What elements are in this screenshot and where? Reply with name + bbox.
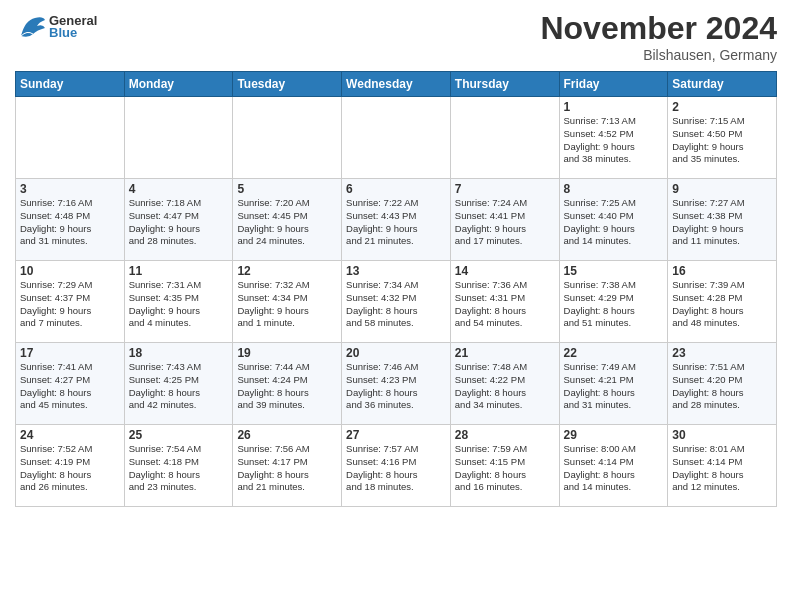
day-info: Sunrise: 7:13 AM Sunset: 4:52 PM Dayligh… xyxy=(564,115,664,166)
day-info: Sunrise: 7:56 AM Sunset: 4:17 PM Dayligh… xyxy=(237,443,337,494)
day-number: 5 xyxy=(237,182,337,196)
week-row-3: 17Sunrise: 7:41 AM Sunset: 4:27 PM Dayli… xyxy=(16,343,777,425)
day-number: 9 xyxy=(672,182,772,196)
calendar-cell: 5Sunrise: 7:20 AM Sunset: 4:45 PM Daylig… xyxy=(233,179,342,261)
calendar-cell: 6Sunrise: 7:22 AM Sunset: 4:43 PM Daylig… xyxy=(342,179,451,261)
day-info: Sunrise: 8:01 AM Sunset: 4:14 PM Dayligh… xyxy=(672,443,772,494)
day-number: 15 xyxy=(564,264,664,278)
day-number: 25 xyxy=(129,428,229,442)
day-info: Sunrise: 7:48 AM Sunset: 4:22 PM Dayligh… xyxy=(455,361,555,412)
day-number: 28 xyxy=(455,428,555,442)
day-info: Sunrise: 7:46 AM Sunset: 4:23 PM Dayligh… xyxy=(346,361,446,412)
day-info: Sunrise: 7:24 AM Sunset: 4:41 PM Dayligh… xyxy=(455,197,555,248)
header: General Blue November 2024 Bilshausen, G… xyxy=(15,10,777,63)
day-info: Sunrise: 7:29 AM Sunset: 4:37 PM Dayligh… xyxy=(20,279,120,330)
day-number: 14 xyxy=(455,264,555,278)
calendar-cell: 21Sunrise: 7:48 AM Sunset: 4:22 PM Dayli… xyxy=(450,343,559,425)
day-number: 18 xyxy=(129,346,229,360)
day-number: 27 xyxy=(346,428,446,442)
day-number: 13 xyxy=(346,264,446,278)
month-title: November 2024 xyxy=(540,10,777,47)
day-number: 24 xyxy=(20,428,120,442)
calendar-cell: 23Sunrise: 7:51 AM Sunset: 4:20 PM Dayli… xyxy=(668,343,777,425)
day-number: 12 xyxy=(237,264,337,278)
day-info: Sunrise: 7:15 AM Sunset: 4:50 PM Dayligh… xyxy=(672,115,772,166)
day-info: Sunrise: 7:51 AM Sunset: 4:20 PM Dayligh… xyxy=(672,361,772,412)
calendar-cell xyxy=(450,97,559,179)
weekday-header-saturday: Saturday xyxy=(668,72,777,97)
day-info: Sunrise: 7:20 AM Sunset: 4:45 PM Dayligh… xyxy=(237,197,337,248)
calendar-cell: 25Sunrise: 7:54 AM Sunset: 4:18 PM Dayli… xyxy=(124,425,233,507)
day-info: Sunrise: 7:27 AM Sunset: 4:38 PM Dayligh… xyxy=(672,197,772,248)
day-number: 11 xyxy=(129,264,229,278)
location: Bilshausen, Germany xyxy=(540,47,777,63)
weekday-header-sunday: Sunday xyxy=(16,72,125,97)
calendar-cell: 8Sunrise: 7:25 AM Sunset: 4:40 PM Daylig… xyxy=(559,179,668,261)
week-row-1: 3Sunrise: 7:16 AM Sunset: 4:48 PM Daylig… xyxy=(16,179,777,261)
calendar-cell: 16Sunrise: 7:39 AM Sunset: 4:28 PM Dayli… xyxy=(668,261,777,343)
calendar-cell: 22Sunrise: 7:49 AM Sunset: 4:21 PM Dayli… xyxy=(559,343,668,425)
day-info: Sunrise: 7:43 AM Sunset: 4:25 PM Dayligh… xyxy=(129,361,229,412)
day-info: Sunrise: 7:54 AM Sunset: 4:18 PM Dayligh… xyxy=(129,443,229,494)
day-number: 16 xyxy=(672,264,772,278)
calendar-cell: 13Sunrise: 7:34 AM Sunset: 4:32 PM Dayli… xyxy=(342,261,451,343)
logo-bird-icon xyxy=(15,10,47,42)
calendar-cell: 17Sunrise: 7:41 AM Sunset: 4:27 PM Dayli… xyxy=(16,343,125,425)
calendar-cell: 4Sunrise: 7:18 AM Sunset: 4:47 PM Daylig… xyxy=(124,179,233,261)
calendar-cell: 30Sunrise: 8:01 AM Sunset: 4:14 PM Dayli… xyxy=(668,425,777,507)
day-number: 1 xyxy=(564,100,664,114)
day-number: 7 xyxy=(455,182,555,196)
day-info: Sunrise: 7:36 AM Sunset: 4:31 PM Dayligh… xyxy=(455,279,555,330)
calendar-cell: 19Sunrise: 7:44 AM Sunset: 4:24 PM Dayli… xyxy=(233,343,342,425)
calendar-cell: 14Sunrise: 7:36 AM Sunset: 4:31 PM Dayli… xyxy=(450,261,559,343)
weekday-header-row: SundayMondayTuesdayWednesdayThursdayFrid… xyxy=(16,72,777,97)
day-number: 6 xyxy=(346,182,446,196)
weekday-header-thursday: Thursday xyxy=(450,72,559,97)
weekday-header-tuesday: Tuesday xyxy=(233,72,342,97)
calendar-cell xyxy=(233,97,342,179)
day-info: Sunrise: 7:38 AM Sunset: 4:29 PM Dayligh… xyxy=(564,279,664,330)
weekday-header-monday: Monday xyxy=(124,72,233,97)
day-info: Sunrise: 7:39 AM Sunset: 4:28 PM Dayligh… xyxy=(672,279,772,330)
day-number: 29 xyxy=(564,428,664,442)
calendar-cell: 2Sunrise: 7:15 AM Sunset: 4:50 PM Daylig… xyxy=(668,97,777,179)
weekday-header-wednesday: Wednesday xyxy=(342,72,451,97)
day-number: 4 xyxy=(129,182,229,196)
calendar-cell: 1Sunrise: 7:13 AM Sunset: 4:52 PM Daylig… xyxy=(559,97,668,179)
week-row-4: 24Sunrise: 7:52 AM Sunset: 4:19 PM Dayli… xyxy=(16,425,777,507)
day-number: 19 xyxy=(237,346,337,360)
calendar-cell: 15Sunrise: 7:38 AM Sunset: 4:29 PM Dayli… xyxy=(559,261,668,343)
day-number: 26 xyxy=(237,428,337,442)
day-number: 30 xyxy=(672,428,772,442)
calendar: SundayMondayTuesdayWednesdayThursdayFrid… xyxy=(15,71,777,507)
day-info: Sunrise: 8:00 AM Sunset: 4:14 PM Dayligh… xyxy=(564,443,664,494)
day-number: 17 xyxy=(20,346,120,360)
day-info: Sunrise: 7:59 AM Sunset: 4:15 PM Dayligh… xyxy=(455,443,555,494)
day-info: Sunrise: 7:16 AM Sunset: 4:48 PM Dayligh… xyxy=(20,197,120,248)
calendar-cell: 28Sunrise: 7:59 AM Sunset: 4:15 PM Dayli… xyxy=(450,425,559,507)
day-number: 2 xyxy=(672,100,772,114)
calendar-cell: 7Sunrise: 7:24 AM Sunset: 4:41 PM Daylig… xyxy=(450,179,559,261)
day-number: 3 xyxy=(20,182,120,196)
calendar-cell xyxy=(124,97,233,179)
day-info: Sunrise: 7:52 AM Sunset: 4:19 PM Dayligh… xyxy=(20,443,120,494)
week-row-2: 10Sunrise: 7:29 AM Sunset: 4:37 PM Dayli… xyxy=(16,261,777,343)
calendar-cell: 24Sunrise: 7:52 AM Sunset: 4:19 PM Dayli… xyxy=(16,425,125,507)
day-info: Sunrise: 7:49 AM Sunset: 4:21 PM Dayligh… xyxy=(564,361,664,412)
calendar-cell: 3Sunrise: 7:16 AM Sunset: 4:48 PM Daylig… xyxy=(16,179,125,261)
day-info: Sunrise: 7:32 AM Sunset: 4:34 PM Dayligh… xyxy=(237,279,337,330)
title-block: November 2024 Bilshausen, Germany xyxy=(540,10,777,63)
day-info: Sunrise: 7:18 AM Sunset: 4:47 PM Dayligh… xyxy=(129,197,229,248)
calendar-cell: 12Sunrise: 7:32 AM Sunset: 4:34 PM Dayli… xyxy=(233,261,342,343)
calendar-cell: 11Sunrise: 7:31 AM Sunset: 4:35 PM Dayli… xyxy=(124,261,233,343)
day-info: Sunrise: 7:31 AM Sunset: 4:35 PM Dayligh… xyxy=(129,279,229,330)
page: General Blue November 2024 Bilshausen, G… xyxy=(0,0,792,612)
day-number: 21 xyxy=(455,346,555,360)
calendar-cell: 29Sunrise: 8:00 AM Sunset: 4:14 PM Dayli… xyxy=(559,425,668,507)
day-info: Sunrise: 7:57 AM Sunset: 4:16 PM Dayligh… xyxy=(346,443,446,494)
day-number: 20 xyxy=(346,346,446,360)
day-number: 8 xyxy=(564,182,664,196)
calendar-cell: 18Sunrise: 7:43 AM Sunset: 4:25 PM Dayli… xyxy=(124,343,233,425)
day-number: 10 xyxy=(20,264,120,278)
calendar-cell: 27Sunrise: 7:57 AM Sunset: 4:16 PM Dayli… xyxy=(342,425,451,507)
